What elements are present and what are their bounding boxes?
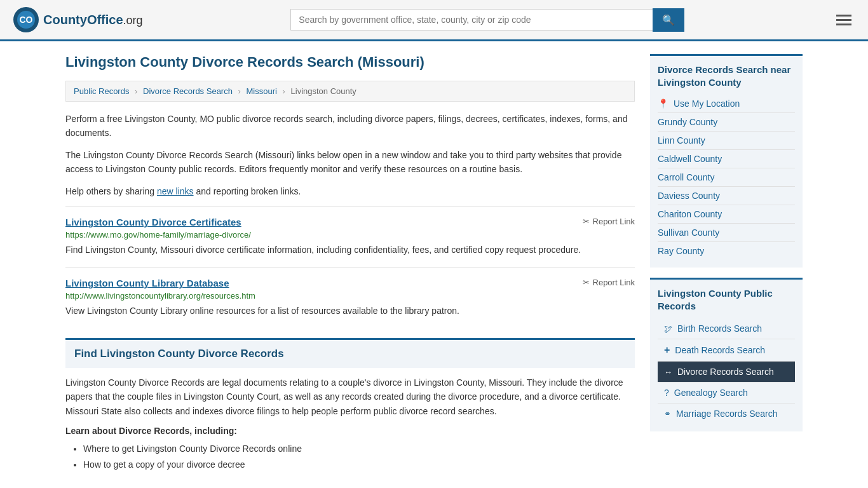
description-2: The Livingston County Divorce Records Se… — [65, 148, 635, 177]
report-link-2[interactable]: ✂ Report Link — [583, 278, 635, 287]
death-records-link[interactable]: Death Records Search — [675, 345, 765, 355]
location-icon: 📍 — [658, 98, 668, 109]
hamburger-line — [836, 15, 851, 17]
genealogy-link[interactable]: Genealogy Search — [674, 388, 748, 398]
find-section-desc: Livingston County Divorce Records are le… — [65, 376, 635, 418]
nearby-county-4[interactable]: Carroll County — [658, 168, 795, 187]
link-title-2[interactable]: Livingston County Library Database — [65, 278, 229, 288]
report-link-label-1: Report Link — [593, 217, 635, 226]
birth-icon: 🕊 — [664, 324, 672, 334]
bullet-1: Where to get Livingston County Divorce R… — [83, 441, 635, 457]
use-my-location-label: Use My Location — [674, 98, 740, 109]
description-3-text: Help others by sharing — [65, 186, 154, 196]
main-container: Livingston County Divorce Records Search… — [53, 41, 815, 486]
link-item-1: Livingston County Divorce Certificates ✂… — [65, 206, 635, 267]
new-links-link[interactable]: new links — [157, 186, 194, 196]
genealogy-icon: ? — [664, 388, 669, 398]
main-content: Livingston County Divorce Records Search… — [65, 54, 635, 473]
search-button[interactable]: 🔍 — [653, 8, 684, 32]
hamburger-line — [836, 24, 851, 25]
link-item-header-1: Livingston County Divorce Certificates ✂… — [65, 217, 635, 227]
nearby-county-2[interactable]: Linn County — [658, 132, 795, 150]
page-title: Livingston County Divorce Records Search… — [65, 54, 635, 71]
nearby-heading: Divorce Records Search near Livingston C… — [658, 64, 795, 88]
nearby-county-7[interactable]: Sullivan County — [658, 224, 795, 242]
link-url-1[interactable]: https://www.mo.gov/home-family/marriage-… — [65, 230, 635, 240]
divorce-icon: ↔ — [664, 367, 672, 377]
marriage-records-link[interactable]: Marriage Records Search — [676, 409, 778, 419]
nearby-county-3[interactable]: Caldwell County — [658, 150, 795, 168]
link-desc-1: Find Livingston County, Missouri divorce… — [65, 243, 635, 257]
header: CO CountyOffice.org 🔍 — [0, 0, 868, 41]
description-3: Help others by sharing new links and rep… — [65, 184, 635, 198]
public-records-section: Livingston County Public Records 🕊 Birth… — [650, 278, 803, 431]
logo-area: CO CountyOffice.org — [13, 6, 143, 33]
link-url-2[interactable]: http://www.livingstoncountylibrary.org/r… — [65, 291, 635, 301]
bullet-list: Where to get Livingston County Divorce R… — [83, 441, 635, 473]
public-records-heading: Livingston County Public Records — [658, 287, 795, 312]
pub-rec-genealogy[interactable]: ? Genealogy Search — [658, 383, 795, 403]
link-title-1[interactable]: Livingston County Divorce Certificates — [65, 217, 241, 227]
svg-text:CO: CO — [20, 15, 33, 25]
search-bar-wrap: 🔍 — [290, 8, 684, 32]
nearby-county-1[interactable]: Grundy County — [658, 113, 795, 132]
nearby-county-6[interactable]: Chariton County — [658, 205, 795, 224]
breadcrumb-divorce-records[interactable]: Divorce Records Search — [143, 86, 233, 96]
pub-rec-death[interactable]: + Death Records Search — [658, 339, 795, 362]
divorce-records-link[interactable]: Divorce Records Search — [677, 367, 774, 377]
nearby-county-5[interactable]: Daviess County — [658, 187, 795, 205]
find-section-heading: Find Livingston County Divorce Records — [74, 348, 626, 360]
search-input[interactable] — [290, 9, 653, 30]
pub-rec-divorce[interactable]: ↔ Divorce Records Search — [658, 362, 795, 383]
bullet-2: How to get a copy of your divorce decree — [83, 457, 635, 473]
nearby-county-8[interactable]: Ray County — [658, 242, 795, 260]
find-section: Find Livingston County Divorce Records — [65, 338, 635, 368]
breadcrumb-sep: › — [135, 86, 137, 96]
link-desc-2: View Livingston County Library online re… — [65, 304, 635, 318]
breadcrumb-current: Livingston County — [291, 86, 356, 96]
pub-rec-birth[interactable]: 🕊 Birth Records Search — [658, 318, 795, 339]
marriage-icon: ⚭ — [664, 409, 671, 419]
sidebar: Divorce Records Search near Livingston C… — [650, 54, 803, 473]
breadcrumb-missouri[interactable]: Missouri — [247, 86, 277, 96]
report-icon-1: ✂ — [583, 217, 590, 226]
death-icon: + — [664, 344, 670, 356]
nearby-counties-section: Divorce Records Search near Livingston C… — [650, 54, 803, 268]
description-3-suffix: and reporting broken links. — [196, 186, 301, 196]
hamburger-menu-button[interactable] — [832, 11, 855, 29]
breadcrumb-sep: › — [238, 86, 241, 96]
breadcrumb: Public Records › Divorce Records Search … — [65, 81, 635, 102]
breadcrumb-sep: › — [283, 86, 285, 96]
logo-icon: CO — [13, 6, 39, 33]
use-my-location-link[interactable]: 📍 Use My Location — [658, 95, 795, 113]
birth-records-link[interactable]: Birth Records Search — [677, 323, 762, 334]
description-1: Perform a free Livingston County, MO pub… — [65, 112, 635, 140]
learn-heading: Learn about Divorce Records, including: — [65, 426, 635, 436]
link-item-2: Livingston County Library Database ✂ Rep… — [65, 267, 635, 328]
hamburger-line — [836, 19, 851, 21]
report-link-1[interactable]: ✂ Report Link — [583, 217, 635, 226]
pub-rec-marriage[interactable]: ⚭ Marriage Records Search — [658, 403, 795, 424]
logo-text: CountyOffice.org — [43, 13, 143, 27]
report-icon-2: ✂ — [583, 278, 590, 287]
breadcrumb-public-records[interactable]: Public Records — [74, 86, 129, 96]
link-item-header-2: Livingston County Library Database ✂ Rep… — [65, 278, 635, 288]
report-link-label-2: Report Link — [593, 278, 635, 287]
